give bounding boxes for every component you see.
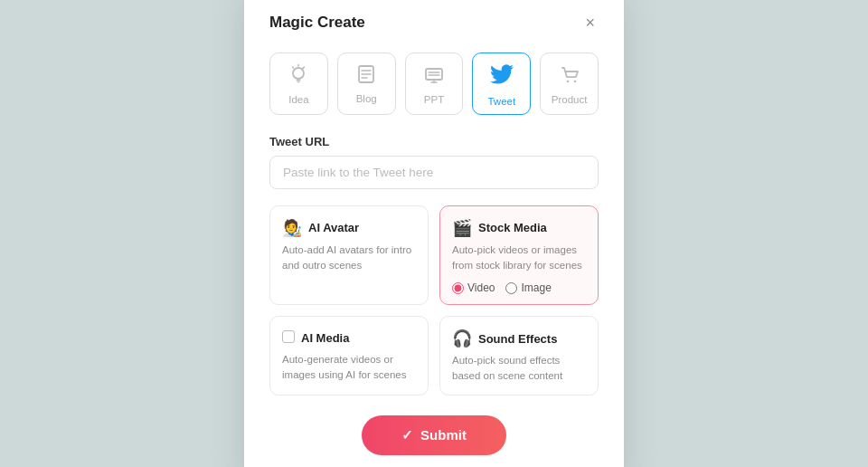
ai-media-desc: Auto-generate videos or images using AI … (282, 352, 416, 384)
tab-ppt[interactable]: PPT (405, 52, 464, 115)
options-grid: 🧑‍🎨 AI Avatar Auto-add AI avatars for in… (269, 205, 599, 396)
svg-line-5 (293, 67, 294, 68)
submit-check-icon: ✓ (401, 427, 413, 443)
modal-header: Magic Create × (269, 13, 599, 33)
idea-icon (288, 64, 308, 90)
tab-tweet[interactable]: Tweet (472, 52, 531, 115)
svg-point-17 (573, 80, 576, 82)
ai-media-icon (282, 329, 295, 348)
product-icon (560, 64, 580, 90)
submit-label: Submit (420, 427, 467, 443)
option-header-ai-media: AI Media (282, 329, 416, 348)
tab-bar: Idea Blog (269, 52, 599, 115)
option-header-sound-effects: 🎧 Sound Effects (452, 329, 586, 348)
option-card-ai-media[interactable]: AI Media Auto-generate videos or images … (269, 316, 429, 396)
option-card-ai-avatar[interactable]: 🧑‍🎨 AI Avatar Auto-add AI avatars for in… (269, 205, 429, 306)
tab-idea-label: Idea (288, 94, 308, 105)
tab-idea[interactable]: Idea (269, 52, 328, 115)
option-header-ai-avatar: 🧑‍🎨 AI Avatar (282, 218, 416, 238)
submit-button[interactable]: ✓ Submit (362, 415, 506, 455)
tab-ppt-label: PPT (424, 94, 444, 105)
sound-effects-desc: Auto-pick sound effects based on scene c… (452, 353, 586, 385)
sound-effects-icon: 🎧 (452, 329, 472, 348)
option-card-stock-media[interactable]: 🎬 Stock Media Auto-pick videos or images… (439, 205, 599, 306)
svg-rect-2 (297, 81, 300, 82)
stock-media-radio-group: Video Image (452, 281, 586, 294)
option-header-stock-media: 🎬 Stock Media (452, 218, 586, 238)
svg-point-16 (566, 80, 569, 82)
tab-blog[interactable]: Blog (337, 52, 396, 115)
tab-product-label: Product (552, 94, 588, 105)
ai-media-title: AI Media (301, 331, 349, 345)
radio-image[interactable]: Image (505, 281, 551, 294)
radio-video-label: Video (467, 281, 495, 294)
close-button[interactable]: × (581, 13, 599, 33)
svg-point-0 (293, 68, 304, 79)
blog-icon (356, 64, 376, 89)
svg-point-6 (302, 67, 304, 69)
stock-media-desc: Auto-pick videos or images from stock li… (452, 243, 586, 274)
url-field-label: Tweet URL (269, 135, 599, 148)
ai-avatar-title: AI Avatar (308, 221, 359, 234)
modal-title: Magic Create (269, 14, 365, 32)
svg-rect-1 (297, 80, 301, 81)
option-card-sound-effects[interactable]: 🎧 Sound Effects Auto-pick sound effects … (439, 316, 599, 396)
stock-media-icon: 🎬 (452, 218, 472, 238)
ai-avatar-icon: 🧑‍🎨 (282, 218, 302, 238)
tab-blog-label: Blog (356, 93, 377, 104)
svg-rect-11 (426, 69, 442, 80)
tab-tweet-label: Tweet (487, 96, 515, 107)
ppt-icon (424, 64, 444, 90)
magic-create-modal: Magic Create × Idea (244, 0, 624, 467)
radio-video[interactable]: Video (452, 281, 495, 294)
radio-image-label: Image (521, 281, 551, 294)
tab-product[interactable]: Product (540, 52, 599, 115)
radio-image-input[interactable] (505, 282, 517, 294)
tweet-icon (490, 62, 514, 91)
radio-video-input[interactable] (452, 282, 464, 294)
sound-effects-title: Sound Effects (478, 332, 557, 346)
stock-media-title: Stock Media (478, 221, 547, 234)
ai-avatar-desc: Auto-add AI avatars for intro and outro … (282, 243, 416, 274)
ai-media-checkbox (282, 330, 295, 343)
tweet-url-input[interactable] (269, 156, 599, 189)
